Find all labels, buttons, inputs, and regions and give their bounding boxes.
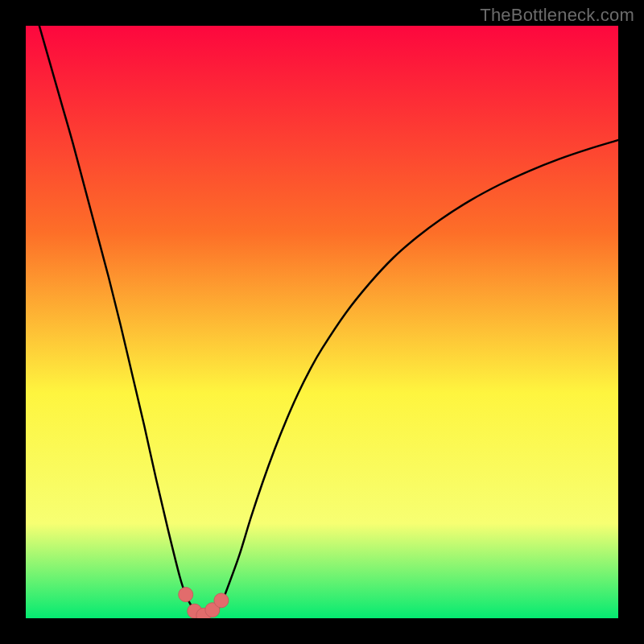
chart-frame: TheBottleneck.com xyxy=(0,0,644,644)
curve-marker-dot xyxy=(214,593,229,608)
chart-svg xyxy=(26,26,618,618)
watermark-text: TheBottleneck.com xyxy=(480,5,634,26)
gradient-background xyxy=(26,26,618,618)
curve-marker-dot xyxy=(179,588,193,602)
plot-area xyxy=(26,26,618,618)
